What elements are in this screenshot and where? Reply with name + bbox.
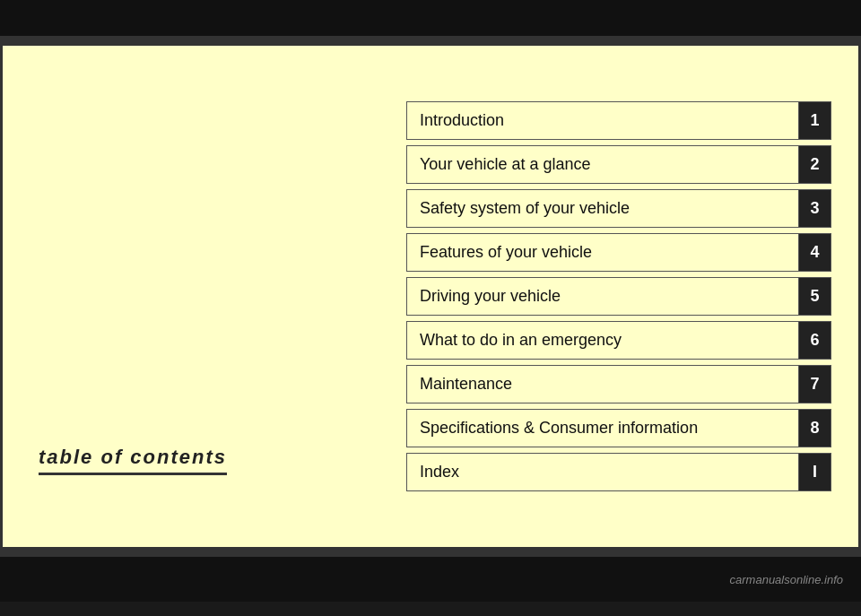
top-bar	[0, 0, 861, 36]
main-content: table of contents Introduction1Your vehi…	[0, 43, 861, 550]
toc-row[interactable]: IndexI	[406, 453, 831, 491]
toc-item-1[interactable]: Introduction	[406, 101, 799, 140]
table-of-contents-label: table of contents	[39, 446, 227, 475]
watermark-text: carmanualsonline.info	[730, 573, 843, 586]
toc-item-9[interactable]: Index	[406, 453, 799, 491]
toc-row[interactable]: Introduction1	[406, 101, 831, 140]
toc-number-8: 8	[799, 409, 831, 447]
separator-bottom	[0, 550, 861, 557]
toc-number-7: 7	[799, 365, 831, 403]
toc-item-8[interactable]: Specifications & Consumer information	[406, 409, 799, 447]
toc-item-3[interactable]: Safety system of your vehicle	[406, 189, 799, 228]
toc-number-4: 4	[799, 233, 831, 272]
toc-number-9: I	[799, 453, 831, 491]
separator-top	[0, 36, 861, 43]
toc-item-5[interactable]: Driving your vehicle	[406, 277, 799, 316]
toc-row[interactable]: Safety system of your vehicle3	[406, 189, 831, 228]
toc-item-7[interactable]: Maintenance	[406, 365, 799, 403]
toc-number-6: 6	[799, 321, 831, 360]
toc-list: Introduction1Your vehicle at a glance2Sa…	[406, 101, 840, 491]
toc-number-2: 2	[799, 145, 831, 184]
toc-row[interactable]: Features of your vehicle4	[406, 233, 831, 272]
toc-row[interactable]: Specifications & Consumer information8	[406, 409, 831, 447]
left-section: table of contents	[21, 64, 406, 529]
toc-number-3: 3	[799, 189, 831, 228]
toc-number-5: 5	[799, 277, 831, 316]
toc-item-6[interactable]: What to do in an emergency	[406, 321, 799, 360]
toc-row[interactable]: Driving your vehicle5	[406, 277, 831, 316]
bottom-bar: carmanualsonline.info	[0, 557, 861, 602]
toc-item-4[interactable]: Features of your vehicle	[406, 233, 799, 272]
toc-row[interactable]: Maintenance7	[406, 365, 831, 403]
toc-item-2[interactable]: Your vehicle at a glance	[406, 145, 799, 184]
toc-number-1: 1	[799, 101, 831, 140]
toc-row[interactable]: Your vehicle at a glance2	[406, 145, 831, 184]
toc-row[interactable]: What to do in an emergency6	[406, 321, 831, 360]
